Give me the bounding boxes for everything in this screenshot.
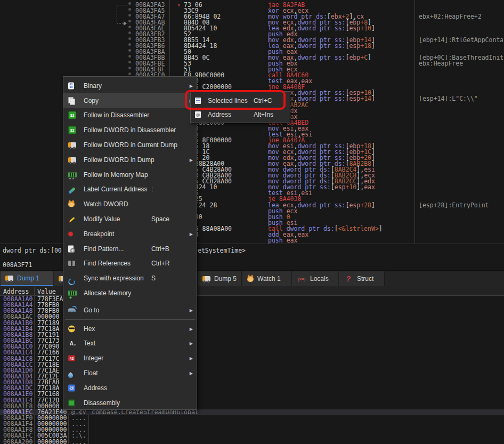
menu-item-go-to[interactable]: Go to▶ — [63, 303, 197, 318]
tab-locals[interactable]: Locals — [292, 271, 338, 286]
follow-disasm-icon — [68, 126, 76, 134]
menu-item-label: Integer — [84, 354, 103, 362]
menu-item-label: Follow DWORD in Current Dump — [84, 141, 177, 149]
disasm-row[interactable]: 008A3FB68D4424 18lea eax,dword ptr ss:[e… — [0, 43, 504, 49]
tab-label: Watch 1 — [257, 275, 281, 282]
disasm-row[interactable]: 008A3FBA50push eax — [0, 49, 504, 55]
menu-item-sync-with-expression[interactable]: Sync with expressionS — [63, 271, 197, 286]
integer-icon — [68, 356, 75, 361]
menu-item-watch-dword[interactable]: Watch DWORD — [63, 197, 197, 212]
menu-item-follow-in-disassembler[interactable]: Follow in Disassembler — [63, 108, 197, 123]
instruction-dot — [128, 43, 131, 46]
watch-icon — [68, 201, 75, 207]
menu-item-label: Follow DWORD in Dump — [84, 156, 155, 164]
disasm-row[interactable]: 008A3FAE8D5424 10lea edx,dword ptr ss:[e… — [0, 26, 504, 31]
menu-item-label: Allocate Memory — [84, 289, 131, 297]
menu-item-integer[interactable]: Integer▶ — [63, 351, 197, 366]
dump-row[interactable]: 008AA20000000000.... — [0, 439, 504, 444]
instruction-dot — [128, 61, 131, 63]
address-icon — [68, 384, 75, 391]
disasm-comment: ebx+02:HeapFree+2 — [419, 14, 503, 20]
dump-icon — [202, 276, 210, 281]
dump-comment: combase.CreateStreamOnHGlobal — [92, 409, 199, 415]
disasm-comment: [esp+28]:EntryPoint — [419, 203, 503, 208]
binary-icon — [68, 82, 74, 89]
instruction-dot — [128, 8, 131, 11]
menu-item-label: Follow DWORD in Disassembler — [84, 126, 176, 134]
instruction-dot — [128, 67, 131, 69]
menu-item-label: Float — [84, 369, 98, 377]
menu-item-find-references[interactable]: Find ReferencesCtrl+R — [63, 256, 197, 271]
submenu-arrow-icon: ▶ — [190, 231, 193, 236]
watch-icon — [247, 276, 254, 282]
disasm-comment: [ebp+14]:RtlGetAppConta — [419, 37, 503, 43]
menu-item-float[interactable]: Float▶ — [63, 366, 197, 381]
menu-item-label: Hex — [84, 325, 95, 333]
float-icon — [67, 372, 74, 379]
menu-item-breakpoint[interactable]: Breakpoint▶ — [63, 227, 197, 241]
pencil-icon — [69, 217, 75, 223]
disasm-row[interactable]: 008A3FAB8B4D 08mov ecx,dword ptr ss:[ebp… — [0, 20, 504, 26]
menu-item-hex[interactable]: Hex▶ — [63, 321, 197, 336]
jump-arrow — [117, 23, 124, 23]
column-header-address[interactable]: Address — [3, 288, 29, 295]
menu-item-disassembly[interactable]: Disassembly — [63, 395, 197, 410]
menu-item-follow-dword-in-disassembler[interactable]: Follow DWORD in Disassembler — [63, 123, 197, 138]
instruction-dot — [128, 20, 131, 22]
menu-item-find-pattern[interactable]: Find Pattern...Ctrl+B — [63, 241, 197, 256]
submenu-arrow-icon: ▶ — [190, 326, 193, 331]
tab-watch-1[interactable]: Watch 1 — [242, 271, 291, 286]
disasm-row[interactable]: 008A3FB252push edx — [0, 31, 504, 37]
menu-item-label: Copy — [84, 97, 99, 104]
menu-separator — [65, 319, 195, 320]
menu-item-follow-dword-in-current-dump[interactable]: Follow DWORD in Current Dump — [63, 138, 197, 152]
tab-label: Dump 5 — [214, 275, 237, 282]
menu-item-label: Follow in Disassembler — [84, 111, 149, 119]
tab-dump-5[interactable]: Dump 5 — [198, 271, 242, 286]
menu-item-label-current-address[interactable]: Label Current Address: — [63, 182, 197, 197]
menu-item-text[interactable]: Text▶ — [63, 336, 197, 351]
menu-item-label: Watch DWORD — [84, 200, 128, 208]
menu-item-allocate-memory[interactable]: Allocate Memory — [63, 286, 197, 301]
menu-item-binary[interactable]: Binary▶ — [63, 78, 197, 93]
instruction-dot — [128, 2, 131, 5]
disasm-row[interactable]: 008A3FA766:894B 02mov word ptr ds:[ebx+2… — [0, 14, 504, 20]
tab-struct[interactable]: Struct — [339, 271, 385, 286]
struct-icon — [344, 275, 353, 283]
menu-item-copy[interactable]: Copy▶ — [63, 93, 197, 108]
submenu-arrow-icon: ▶ — [190, 83, 193, 88]
menu-item-label: Text — [84, 340, 95, 347]
submenu-arrow-icon: ▶ — [190, 371, 193, 376]
submenu-arrow-icon: ▶ — [190, 356, 193, 361]
dump-icon — [68, 142, 76, 148]
disasm-row[interactable]: 008A3FBE53push ebxebx:HeapFree — [0, 61, 504, 67]
disasm-row[interactable]: 008A3FBB8B45 0Cmov eax,dword ptr ss:[ebp… — [0, 55, 504, 61]
disasm-row[interactable]: v008A3FA373 06jae 8A3FAB — [0, 2, 504, 8]
instruction-dot — [128, 55, 131, 58]
label-icon — [68, 188, 76, 195]
menu-item-follow-dword-in-dump[interactable]: Follow DWORD in Dump▶ — [63, 152, 197, 167]
disassembly-icon — [68, 399, 75, 406]
instruction-dot — [128, 31, 131, 34]
copy-icon — [68, 97, 76, 104]
tab-dump-1[interactable]: Dump 1 — [1, 271, 53, 286]
menu-item-label: Find References — [84, 260, 131, 267]
disasm-row[interactable]: 008A3FB38B55 14mov edx,dword ptr ss:[ebp… — [0, 37, 504, 43]
column-header-value[interactable]: Value — [37, 288, 56, 295]
menu-item-follow-in-memory-map[interactable]: Follow in Memory Map — [63, 167, 197, 182]
menu-item-address[interactable]: Address — [63, 381, 197, 395]
menu-item-shortcut: Ctrl+B — [151, 245, 169, 253]
info-expression: dword ptr ds:[00 — [3, 247, 62, 254]
tab-label: Dump 1 — [17, 275, 39, 282]
disasm-comment: ebx:HeapFree — [419, 61, 503, 67]
instruction-dot — [128, 37, 131, 40]
disasm-row[interactable]: 008A3FBF51push ecx — [0, 67, 504, 72]
allocate-memory-icon — [68, 291, 77, 296]
breakpoint-icon — [68, 231, 73, 236]
submenu-arrow-icon: ▶ — [190, 157, 193, 162]
menu-item-modify-value[interactable]: Modify ValueSpace — [63, 212, 197, 227]
disasm-row[interactable]: 008A3FA533C9xor ecx,ecx — [0, 8, 504, 14]
menu-item-shortcut: S — [151, 275, 156, 282]
menu-item-shortcut: Ctrl+R — [151, 260, 169, 267]
dump-ascii: .... — [71, 439, 86, 444]
